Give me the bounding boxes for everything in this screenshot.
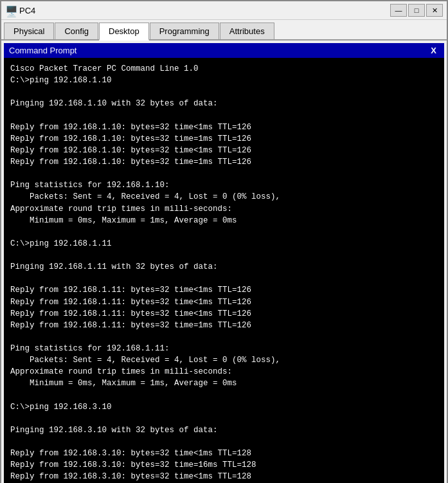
window-title: PC4 — [19, 6, 35, 15]
close-window-button[interactable]: ✕ — [426, 4, 443, 17]
tab-programming[interactable]: Programming — [150, 23, 219, 39]
window-controls: — □ ✕ — [390, 4, 443, 17]
content-area: Command Prompt X Cisco Packet Tracer PC … — [1, 41, 447, 483]
cmd-titlebar: Command Prompt X — [4, 43, 444, 58]
cmd-close-button[interactable]: X — [428, 46, 439, 55]
main-window: 🖥️ PC4 — □ ✕ Physical Config Desktop Pro… — [0, 0, 448, 483]
maximize-button[interactable]: □ — [408, 4, 425, 17]
title-bar-left: 🖥️ PC4 — [5, 5, 35, 15]
tabs-bar: Physical Config Desktop Programming Attr… — [1, 20, 447, 41]
window-icon: 🖥️ — [5, 5, 15, 15]
cmd-title-label: Command Prompt — [9, 46, 76, 55]
tab-physical[interactable]: Physical — [4, 23, 54, 39]
terminal-body[interactable]: Cisco Packet Tracer PC Command Line 1.0 … — [4, 58, 444, 483]
tab-attributes[interactable]: Attributes — [220, 23, 274, 39]
title-bar: 🖥️ PC4 — □ ✕ — [1, 1, 447, 20]
minimize-button[interactable]: — — [390, 4, 407, 17]
tab-config[interactable]: Config — [55, 23, 98, 39]
tab-desktop[interactable]: Desktop — [99, 23, 149, 41]
